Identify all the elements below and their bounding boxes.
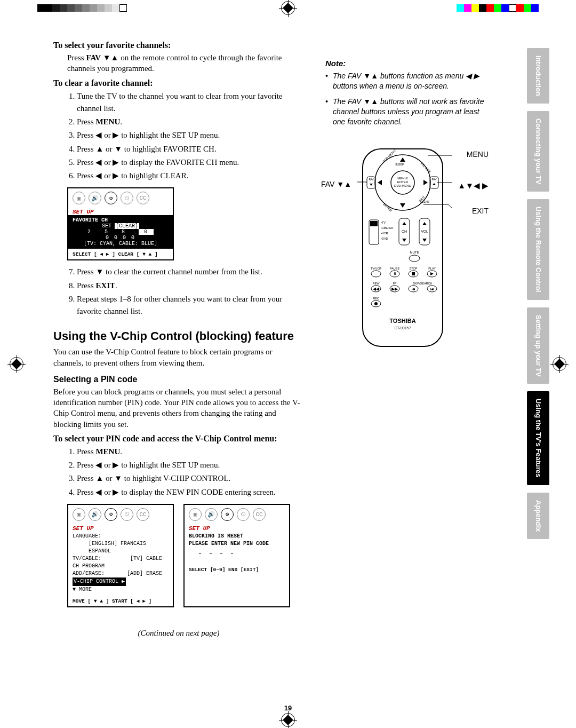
svg-rect-23	[370, 221, 378, 226]
svg-text:CLEAR: CLEAR	[420, 200, 429, 203]
heading-select-favorite: To select your favorite channels:	[53, 41, 304, 50]
osd-label: TV/CABLE:	[73, 556, 101, 561]
osd-more: ▼ MORE	[73, 586, 169, 594]
svg-text:TOSHIBA: TOSHIBA	[389, 318, 415, 324]
remote-illustration: MENU ▲▼◀ ▶ EXIT FAV ▼▲ MENU/ ENTER DVD M…	[325, 148, 485, 361]
tab-introduction[interactable]: Introduction	[527, 48, 549, 104]
heading-pin-steps: To select your PIN code and access the V…	[53, 434, 304, 444]
timer-icon: ⏲	[121, 192, 133, 204]
svg-text:⏸: ⏸	[393, 272, 397, 275]
osd-setup-menu: ▣ 🔊 ⚙ ⏲ CC SET UP LANGUAGE: [ENGLISH] FR…	[67, 504, 174, 607]
osd-title: SET UP	[68, 524, 173, 532]
svg-text:•CBL/SAT: •CBL/SAT	[381, 226, 394, 230]
step: Press ◀ or ▶ to display the FAVORITE CH …	[77, 156, 304, 169]
svg-text:CT-90157: CT-90157	[395, 326, 411, 330]
svg-text:FAV: FAV	[369, 178, 374, 181]
step: Press ▲ or ▼ to highlight V-CHIP CONTROL…	[77, 472, 304, 485]
step: Press EXIT.	[77, 280, 304, 292]
tab-label: Using the TV's Features	[534, 399, 542, 478]
picture-icon: ▣	[73, 192, 85, 204]
tab-connecting[interactable]: Connecting your TV	[527, 111, 549, 192]
step: Press ◀ or ▶ to highlight CLEAR.	[77, 170, 304, 182]
heading-vchip: Using the V-Chip Control (blocking) feat…	[53, 329, 304, 343]
para-vchip: You can use the V-Chip Control feature t…	[53, 346, 304, 368]
para-select-favorite: Press FAV ▼▲ on the remote control to cy…	[67, 52, 304, 74]
step: Repeat steps 1–8 for other channels you …	[77, 293, 304, 318]
tab-label: Setting up your TV	[534, 315, 542, 377]
svg-text:PAUSE: PAUSE	[390, 267, 400, 270]
callout-exit: EXIT	[472, 207, 489, 215]
osd-line: PLEASE ENTER NEW PIN CODE	[189, 540, 285, 548]
cc-icon: CC	[137, 192, 149, 204]
osd-favorite-ch: ▣ 🔊 ⚙ ⏲ CC SET UP FAVORITE CH SET [CLEAR…	[67, 187, 174, 260]
audio-icon: 🔊	[89, 508, 101, 521]
step: Press ◀ or ▶ to highlight the SET UP men…	[77, 129, 304, 141]
registration-target-right-icon	[553, 357, 566, 371]
aside-column: Note: The FAV ▼▲ buttons function as men…	[315, 37, 485, 696]
remote-svg: MENU/ ENTER DVD MENU TOP MENU PIC SIZE E…	[357, 148, 453, 351]
step: Tune the TV to the channel you want to c…	[77, 90, 304, 115]
note-list: The FAV ▼▲ buttons function as menu ◀ ▶ …	[325, 71, 485, 126]
pin-steps-list: Press MENU. Press ◀ or ▶ to highlight th…	[77, 446, 304, 498]
svg-text:REW: REW	[373, 282, 380, 285]
osd-pin-entry: ▣ 🔊 ⚙ ⏲ CC SET UP BLOCKING IS RESET PLEA…	[183, 504, 290, 607]
registration-target-left-icon	[10, 357, 23, 371]
audio-icon: 🔊	[89, 192, 101, 204]
heading-pin: Selecting a PIN code	[53, 375, 304, 384]
step: Press ▲ or ▼ to highlight FAVORITE CH.	[77, 143, 304, 155]
osd-title: SET UP	[185, 524, 289, 532]
cc-icon: CC	[137, 508, 149, 521]
osd-set-label: SET	[102, 223, 111, 229]
osd-footer: SELECT [ ◀ ▶ ] CLEAR [ ▼ ▲ ]	[68, 249, 173, 259]
svg-text:VOL: VOL	[421, 230, 428, 233]
step: Press ◀ or ▶ to display the NEW PIN CODE…	[77, 486, 304, 498]
svg-text:TV/VCR: TV/VCR	[371, 267, 381, 270]
svg-text:FAV: FAV	[431, 178, 437, 181]
svg-text:•TV: •TV	[381, 221, 386, 224]
svg-text:⏭: ⏭	[430, 287, 434, 291]
osd-highlight-vchip: V-CHIP CONTROL ▶	[73, 577, 126, 586]
svg-text:MENU/: MENU/	[397, 177, 408, 180]
step: Press MENU.	[77, 446, 304, 458]
osd-line: [TV: CYAN, CABLE: BLUE]	[73, 241, 169, 247]
svg-text:•VCR: •VCR	[381, 232, 388, 235]
tab-appendix[interactable]: Appendix	[527, 493, 549, 539]
osd-label: ADD/ERASE:	[73, 571, 105, 576]
tab-features-active[interactable]: Using the TV's Features	[527, 391, 549, 485]
setup-icon: ⚙	[105, 192, 117, 204]
tab-label: Connecting your TV	[534, 118, 542, 185]
svg-text:DVD MENU: DVD MENU	[394, 184, 411, 187]
svg-text:SLEEP: SLEEP	[395, 163, 404, 166]
picture-icon: ▣	[73, 508, 85, 521]
svg-rect-45	[412, 272, 415, 275]
svg-text:STOP: STOP	[410, 267, 418, 270]
osd-footer: SELECT [0–9] END [EXIT]	[185, 565, 289, 575]
osd-line: BLOCKING IS RESET	[189, 533, 285, 540]
step: Press ◀ or ▶ to highlight the SET UP men…	[77, 459, 304, 471]
tab-label: Using the Remote Control	[534, 207, 542, 292]
osd-title: SET UP	[68, 208, 173, 215]
osd-label: LANGUAGE:	[73, 533, 101, 539]
note-item: The FAV ▼▲ buttons will not work as favo…	[325, 97, 485, 127]
setup-icon: ⚙	[221, 508, 234, 521]
note-heading: Note:	[325, 59, 485, 68]
tab-remote[interactable]: Using the Remote Control	[527, 199, 549, 299]
svg-text:ENTER: ENTER	[397, 180, 409, 184]
timer-icon: ⏲	[237, 508, 250, 521]
svg-text:MUTE: MUTE	[410, 251, 419, 254]
osd-footer: MOVE [ ▼ ▲ ] START [ ◀ ▶ ]	[68, 596, 173, 606]
note-item: The FAV ▼▲ buttons function as menu ◀ ▶ …	[325, 71, 485, 91]
tab-setting-up[interactable]: Setting up your TV	[527, 307, 549, 384]
svg-text:◀◀: ◀◀	[373, 287, 380, 291]
svg-text:•DVD: •DVD	[381, 237, 388, 240]
callout-menu: MENU	[467, 150, 489, 159]
continued-text: (Continued on next page)	[53, 629, 304, 638]
page-number: 19	[284, 704, 292, 712]
svg-text:PLAY: PLAY	[428, 267, 436, 270]
heading-clear-favorite: To clear a favorite channel:	[53, 78, 304, 88]
cc-icon: CC	[253, 508, 266, 521]
text: Press	[67, 53, 86, 62]
osd-pin-dashes: – – – –	[189, 548, 285, 563]
picture-icon: ▣	[189, 508, 202, 521]
svg-text:CH: CH	[402, 230, 407, 233]
